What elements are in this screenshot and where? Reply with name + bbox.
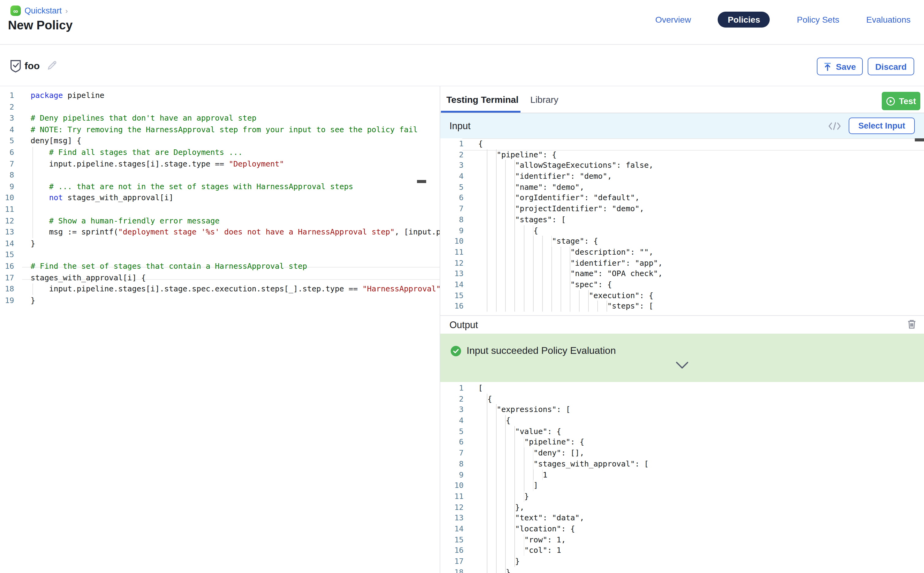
line-number: 1	[440, 138, 464, 149]
code-line: 7 "deny": [],	[440, 448, 924, 458]
line-number: 9	[440, 225, 464, 236]
tab-evaluations[interactable]: Evaluations	[866, 15, 910, 25]
trash-icon[interactable]	[907, 319, 917, 329]
line-number: 18	[0, 283, 14, 295]
code-line: 18 }	[440, 567, 924, 573]
code-line: 15 "row": 1,	[440, 534, 924, 545]
line-number: 8	[440, 214, 464, 225]
code-line: 3 "expressions": [	[440, 404, 924, 415]
edit-pencil-icon[interactable]	[47, 60, 58, 71]
code-line: 6 # Find all stages that are Deployments…	[0, 147, 440, 158]
output-header: Output	[440, 315, 924, 334]
output-title: Output	[449, 319, 478, 330]
code-line: 11 }	[440, 491, 924, 502]
indent-guides	[478, 160, 515, 171]
line-number: 6	[440, 193, 464, 203]
indent-guides	[478, 513, 515, 523]
code-line: 11	[0, 204, 440, 215]
line-number: 10	[0, 193, 14, 204]
chevron-right-icon: ›	[66, 6, 68, 15]
line-number: 6	[0, 147, 14, 158]
indent-guides	[478, 279, 570, 290]
line-number: 2	[440, 149, 464, 160]
line-number: 12	[440, 257, 464, 268]
indent-guides	[478, 534, 525, 545]
line-number: 9	[0, 181, 14, 193]
output-json-editor[interactable]: 1[2 {3 "expressions": [4 {5 "value": {6 …	[440, 382, 924, 573]
line-number: 7	[440, 448, 464, 458]
code-line: 2 {	[440, 393, 924, 404]
line-number: 16	[440, 545, 464, 556]
breadcrumb-project-link[interactable]: Quickstart	[25, 6, 62, 15]
code-line: 5 "value": {	[440, 426, 924, 437]
code-line: 14 "location": {	[440, 523, 924, 534]
tab-testing-terminal[interactable]: Testing Terminal	[446, 86, 518, 113]
code-line: 10 ]	[440, 480, 924, 491]
input-json-editor[interactable]: 1{2 "pipeline": {3 "allowStageExecutions…	[440, 138, 924, 315]
save-label: Save	[836, 61, 856, 71]
indent-guides	[478, 214, 515, 225]
code-line: 16# Find the set of stages that contain …	[0, 261, 440, 272]
tab-library[interactable]: Library	[530, 86, 558, 113]
chevron-down-icon[interactable]	[675, 361, 689, 369]
policy-code-editor[interactable]: 1package pipeline23# Deny pipelines that…	[0, 86, 440, 573]
code-line: 4 "identifier": "demo",	[440, 171, 924, 182]
indent-guides	[478, 236, 552, 246]
header-tabs: Overview Policies Policy Sets Evaluation…	[655, 12, 910, 28]
terminal-tabs: Testing Terminal Library	[440, 86, 924, 113]
indent-guides	[478, 203, 515, 214]
scroll-ruler-cursor-mark	[417, 180, 426, 183]
line-number: 4	[0, 124, 14, 136]
code-line: 10 "stage": {	[440, 236, 924, 246]
code-line: 13 msg := sprintf("deployment stage '%s'…	[0, 227, 440, 238]
indent-guides	[478, 545, 525, 556]
code-line: 5deny[msg] {	[0, 136, 440, 147]
line-number: 5	[0, 136, 14, 147]
tab-policies[interactable]: Policies	[718, 12, 770, 28]
code-line: 4# NOTE: Try removing the HarnessApprova…	[0, 124, 440, 136]
indent-guides	[478, 193, 515, 203]
line-number: 11	[0, 204, 14, 215]
line-number: 15	[0, 249, 14, 261]
line-number: 3	[440, 160, 464, 171]
indent-guides	[478, 459, 534, 469]
breadcrumb: ∞ Quickstart ›	[10, 6, 68, 16]
indent-guides	[478, 290, 589, 301]
tab-overview[interactable]: Overview	[655, 15, 691, 25]
save-button[interactable]: Save	[817, 58, 863, 75]
code-line: 7 "projectIdentifier": "demo",	[440, 203, 924, 214]
indent-guides	[478, 567, 506, 573]
line-number: 15	[440, 290, 464, 301]
code-line: 9 # ... that are not in the set of stage…	[0, 181, 440, 193]
line-number: 6	[440, 437, 464, 448]
code-line: 7 input.pipeline.stages[i].stage.type ==…	[0, 158, 440, 169]
line-number: 13	[440, 268, 464, 279]
select-input-button[interactable]: Select Input	[849, 117, 915, 134]
code-line: 19}	[0, 295, 440, 306]
indent-guides	[478, 491, 525, 502]
code-line: 15	[0, 249, 440, 261]
line-number: 7	[440, 203, 464, 214]
line-number: 11	[440, 491, 464, 502]
line-number: 3	[0, 113, 14, 124]
line-number: 14	[0, 238, 14, 249]
indent-guides	[478, 480, 534, 491]
indent-guides	[478, 469, 543, 480]
code-line: 8 "stages": [	[440, 214, 924, 225]
discard-button[interactable]: Discard	[868, 58, 914, 75]
code-line: 6 "orgIdentifier": "default",	[440, 193, 924, 203]
tab-policy-sets[interactable]: Policy Sets	[797, 15, 839, 25]
code-brackets-icon[interactable]	[828, 122, 841, 130]
line-number: 4	[440, 415, 464, 426]
code-line: 4 {	[440, 415, 924, 426]
indent-guides	[478, 437, 525, 448]
code-line: 14 "spec": {	[440, 279, 924, 290]
code-line: 6 "pipeline": {	[440, 437, 924, 448]
line-number: 5	[440, 182, 464, 193]
indent-guides	[478, 171, 515, 182]
indent-guides	[478, 448, 534, 458]
line-number: 16	[440, 301, 464, 312]
code-line: 14}	[0, 238, 440, 249]
test-button[interactable]: Test	[882, 92, 920, 110]
select-input-label: Select Input	[858, 121, 905, 130]
